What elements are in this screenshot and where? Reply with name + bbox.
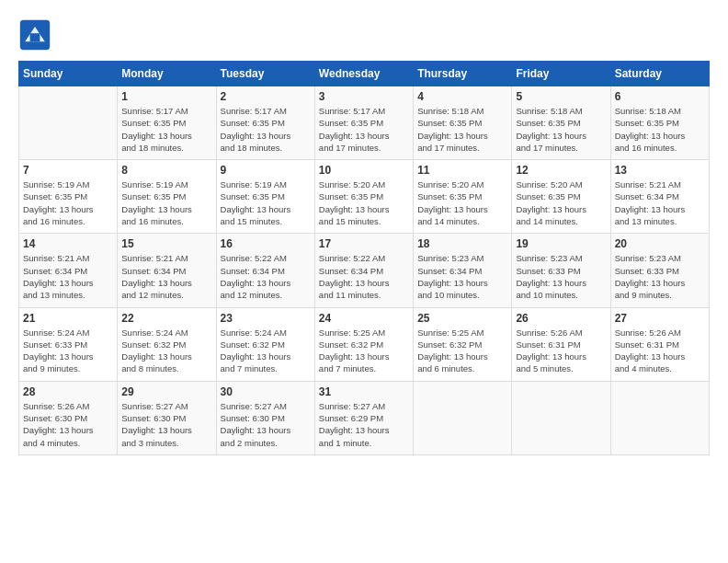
calendar-week-row: 28Sunrise: 5:26 AMSunset: 6:30 PMDayligh…	[19, 381, 710, 454]
page-header	[18, 18, 710, 52]
day-info: Sunrise: 5:20 AMSunset: 6:35 PMDaylight:…	[319, 178, 409, 227]
calendar-header-thursday: Thursday	[414, 62, 512, 86]
calendar-cell: 10Sunrise: 5:20 AMSunset: 6:35 PMDayligh…	[314, 160, 413, 234]
calendar-cell: 16Sunrise: 5:22 AMSunset: 6:34 PMDayligh…	[216, 234, 314, 307]
day-info: Sunrise: 5:24 AMSunset: 6:32 PMDaylight:…	[221, 327, 311, 375]
calendar-cell: 7Sunrise: 5:19 AMSunset: 6:35 PMDaylight…	[19, 160, 118, 234]
day-number: 22	[121, 312, 211, 325]
day-info: Sunrise: 5:21 AMSunset: 6:34 PMDaylight:…	[23, 252, 113, 301]
day-number: 30	[221, 385, 311, 398]
day-number: 4	[417, 90, 507, 103]
calendar-header-wednesday: Wednesday	[314, 62, 413, 86]
calendar-cell: 15Sunrise: 5:21 AMSunset: 6:34 PMDayligh…	[118, 234, 216, 307]
day-info: Sunrise: 5:23 AMSunset: 6:34 PMDaylight:…	[417, 252, 507, 301]
calendar-week-row: 14Sunrise: 5:21 AMSunset: 6:34 PMDayligh…	[19, 234, 710, 307]
calendar-cell: 9Sunrise: 5:19 AMSunset: 6:35 PMDaylight…	[216, 160, 314, 234]
calendar-cell: 21Sunrise: 5:24 AMSunset: 6:33 PMDayligh…	[19, 307, 118, 381]
day-info: Sunrise: 5:24 AMSunset: 6:32 PMDaylight:…	[121, 327, 211, 375]
logo	[18, 18, 57, 52]
day-number: 23	[221, 312, 311, 325]
day-number: 1	[121, 90, 211, 103]
day-number: 7	[23, 164, 113, 177]
day-info: Sunrise: 5:22 AMSunset: 6:34 PMDaylight:…	[319, 252, 409, 301]
day-number: 10	[319, 164, 409, 177]
calendar-cell: 23Sunrise: 5:24 AMSunset: 6:32 PMDayligh…	[216, 307, 314, 381]
day-number: 19	[516, 237, 606, 250]
calendar-cell	[19, 86, 118, 160]
day-info: Sunrise: 5:17 AMSunset: 6:35 PMDaylight:…	[221, 105, 311, 154]
day-number: 25	[417, 312, 507, 325]
day-info: Sunrise: 5:22 AMSunset: 6:34 PMDaylight:…	[221, 252, 311, 301]
day-number: 24	[319, 312, 409, 325]
calendar-cell: 2Sunrise: 5:17 AMSunset: 6:35 PMDaylight…	[216, 86, 314, 160]
calendar-cell: 30Sunrise: 5:27 AMSunset: 6:30 PMDayligh…	[216, 381, 314, 454]
calendar-cell: 20Sunrise: 5:23 AMSunset: 6:33 PMDayligh…	[610, 234, 709, 307]
calendar-week-row: 1Sunrise: 5:17 AMSunset: 6:35 PMDaylight…	[19, 86, 710, 160]
calendar-cell: 26Sunrise: 5:26 AMSunset: 6:31 PMDayligh…	[512, 307, 610, 381]
calendar-cell: 19Sunrise: 5:23 AMSunset: 6:33 PMDayligh…	[512, 234, 610, 307]
calendar-cell: 12Sunrise: 5:20 AMSunset: 6:35 PMDayligh…	[512, 160, 610, 234]
day-number: 6	[615, 90, 705, 103]
day-number: 2	[221, 90, 311, 103]
calendar-header-row: SundayMondayTuesdayWednesdayThursdayFrid…	[19, 62, 710, 86]
calendar-cell: 22Sunrise: 5:24 AMSunset: 6:32 PMDayligh…	[118, 307, 216, 381]
day-info: Sunrise: 5:27 AMSunset: 6:29 PMDaylight:…	[319, 400, 409, 449]
calendar-cell: 11Sunrise: 5:20 AMSunset: 6:35 PMDayligh…	[414, 160, 512, 234]
day-info: Sunrise: 5:19 AMSunset: 6:35 PMDaylight:…	[23, 178, 113, 227]
calendar-cell: 13Sunrise: 5:21 AMSunset: 6:34 PMDayligh…	[610, 160, 709, 234]
calendar-header-saturday: Saturday	[610, 62, 709, 86]
day-number: 29	[121, 385, 211, 398]
calendar-cell: 14Sunrise: 5:21 AMSunset: 6:34 PMDayligh…	[19, 234, 118, 307]
day-info: Sunrise: 5:18 AMSunset: 6:35 PMDaylight:…	[615, 105, 705, 154]
calendar-week-row: 7Sunrise: 5:19 AMSunset: 6:35 PMDaylight…	[19, 160, 710, 234]
calendar-cell	[414, 381, 512, 454]
calendar-cell: 18Sunrise: 5:23 AMSunset: 6:34 PMDayligh…	[414, 234, 512, 307]
day-number: 17	[319, 237, 409, 250]
calendar-header-monday: Monday	[118, 62, 216, 86]
day-info: Sunrise: 5:17 AMSunset: 6:35 PMDaylight:…	[121, 105, 211, 154]
day-number: 13	[615, 164, 705, 177]
calendar-cell: 27Sunrise: 5:26 AMSunset: 6:31 PMDayligh…	[610, 307, 709, 381]
day-number: 16	[221, 237, 311, 250]
day-number: 11	[417, 164, 507, 177]
calendar-cell: 6Sunrise: 5:18 AMSunset: 6:35 PMDaylight…	[610, 86, 709, 160]
day-number: 3	[319, 90, 409, 103]
calendar-cell: 25Sunrise: 5:25 AMSunset: 6:32 PMDayligh…	[414, 307, 512, 381]
svg-rect-2	[30, 33, 40, 41]
day-number: 18	[417, 237, 507, 250]
day-info: Sunrise: 5:19 AMSunset: 6:35 PMDaylight:…	[221, 178, 311, 227]
day-info: Sunrise: 5:20 AMSunset: 6:35 PMDaylight:…	[417, 178, 507, 227]
day-info: Sunrise: 5:20 AMSunset: 6:35 PMDaylight:…	[516, 178, 606, 227]
calendar-cell	[610, 381, 709, 454]
calendar-table: SundayMondayTuesdayWednesdayThursdayFrid…	[18, 61, 710, 455]
day-info: Sunrise: 5:27 AMSunset: 6:30 PMDaylight:…	[221, 400, 311, 449]
calendar-cell	[512, 381, 610, 454]
calendar-week-row: 21Sunrise: 5:24 AMSunset: 6:33 PMDayligh…	[19, 307, 710, 381]
day-number: 26	[516, 312, 606, 325]
day-number: 5	[516, 90, 606, 103]
calendar-cell: 1Sunrise: 5:17 AMSunset: 6:35 PMDaylight…	[118, 86, 216, 160]
calendar-cell: 3Sunrise: 5:17 AMSunset: 6:35 PMDaylight…	[314, 86, 413, 160]
calendar-header-tuesday: Tuesday	[216, 62, 314, 86]
calendar-cell: 17Sunrise: 5:22 AMSunset: 6:34 PMDayligh…	[314, 234, 413, 307]
calendar-cell: 28Sunrise: 5:26 AMSunset: 6:30 PMDayligh…	[19, 381, 118, 454]
day-info: Sunrise: 5:26 AMSunset: 6:31 PMDaylight:…	[615, 327, 705, 375]
day-info: Sunrise: 5:27 AMSunset: 6:30 PMDaylight:…	[121, 400, 211, 449]
calendar-cell: 29Sunrise: 5:27 AMSunset: 6:30 PMDayligh…	[118, 381, 216, 454]
calendar-cell: 4Sunrise: 5:18 AMSunset: 6:35 PMDaylight…	[414, 86, 512, 160]
day-info: Sunrise: 5:25 AMSunset: 6:32 PMDaylight:…	[417, 327, 507, 375]
calendar-header-sunday: Sunday	[19, 62, 118, 86]
day-number: 28	[23, 385, 113, 398]
day-number: 9	[221, 164, 311, 177]
calendar-header-friday: Friday	[512, 62, 610, 86]
day-info: Sunrise: 5:24 AMSunset: 6:33 PMDaylight:…	[23, 327, 113, 375]
day-number: 20	[615, 237, 705, 250]
day-info: Sunrise: 5:21 AMSunset: 6:34 PMDaylight:…	[121, 252, 211, 301]
day-number: 27	[615, 312, 705, 325]
day-info: Sunrise: 5:21 AMSunset: 6:34 PMDaylight:…	[615, 178, 705, 227]
day-info: Sunrise: 5:23 AMSunset: 6:33 PMDaylight:…	[516, 252, 606, 301]
day-info: Sunrise: 5:17 AMSunset: 6:35 PMDaylight:…	[319, 105, 409, 154]
day-number: 21	[23, 312, 113, 325]
day-info: Sunrise: 5:26 AMSunset: 6:30 PMDaylight:…	[23, 400, 113, 449]
day-info: Sunrise: 5:25 AMSunset: 6:32 PMDaylight:…	[319, 327, 409, 375]
